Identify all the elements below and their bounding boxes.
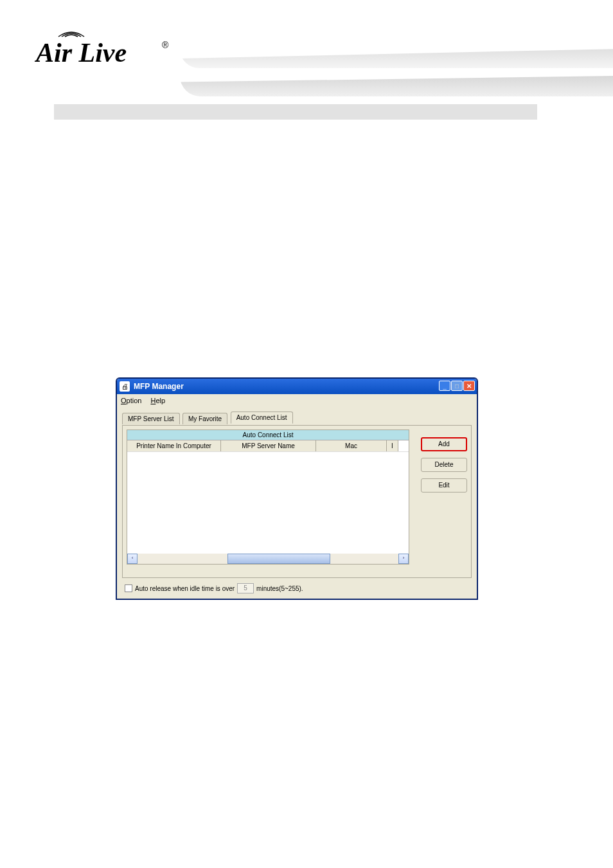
tab-my-favorite[interactable]: My Favorite [182, 413, 227, 424]
page-header: Air Live ® [0, 0, 613, 122]
table-title: Auto Connect List [127, 430, 409, 440]
table-column-headers: Printer Name In Computer MFP Server Name… [127, 440, 409, 452]
col-mac[interactable]: Mac [316, 440, 387, 451]
decorative-bar [54, 104, 537, 120]
auto-release-label-after: minutes(5~255). [256, 585, 303, 592]
close-button[interactable]: ✕ [463, 381, 475, 391]
auto-release-checkbox[interactable] [125, 584, 132, 592]
minimize-button[interactable]: _ [439, 381, 450, 391]
menubar: Option Help [117, 394, 477, 407]
menu-help[interactable]: Help [150, 397, 165, 404]
scroll-thumb[interactable] [227, 554, 330, 564]
table-body-empty [127, 452, 409, 552]
menu-option[interactable]: Option [121, 397, 141, 404]
scroll-right-button[interactable]: › [398, 554, 409, 564]
side-buttons: Add Delete Edit [421, 437, 467, 493]
col-extra[interactable]: I [387, 440, 398, 451]
idle-minutes-input[interactable]: 5 [237, 583, 254, 593]
printer-icon: 🖨 [120, 381, 130, 392]
window-title: MFP Manager [134, 382, 184, 391]
logo-text: Air Live [36, 37, 127, 68]
edit-button[interactable]: Edit [421, 478, 467, 493]
col-printer-name[interactable]: Printer Name In Computer [127, 440, 221, 451]
airlive-logo: Air Live ® [36, 26, 171, 64]
auto-connect-table: Auto Connect List Printer Name In Comput… [127, 429, 409, 565]
decorative-swoosh [180, 49, 613, 68]
add-button[interactable]: Add [421, 437, 467, 451]
logo-registered: ® [162, 40, 168, 50]
horizontal-scrollbar[interactable]: ‹ › [127, 554, 409, 564]
col-server-name[interactable]: MFP Server Name [221, 440, 316, 451]
auto-connect-panel: Auto Connect List Printer Name In Comput… [122, 425, 472, 578]
delete-button[interactable]: Delete [421, 458, 467, 472]
maximize-button: □ [451, 381, 463, 391]
auto-release-row: Auto release when idle time is over 5 mi… [125, 583, 303, 593]
window-titlebar[interactable]: 🖨 MFP Manager _ □ ✕ [117, 379, 477, 394]
tab-auto-connect-list[interactable]: Auto Connect List [231, 411, 293, 424]
decorative-swoosh [180, 76, 613, 96]
mfp-manager-window: 🖨 MFP Manager _ □ ✕ Option Help MFP Serv… [116, 377, 478, 600]
auto-release-label-before: Auto release when idle time is over [135, 585, 235, 592]
scroll-left-button[interactable]: ‹ [127, 554, 138, 564]
tabs: MFP Server List My Favorite Auto Connect… [122, 411, 472, 425]
tab-mfp-server-list[interactable]: MFP Server List [122, 413, 180, 424]
